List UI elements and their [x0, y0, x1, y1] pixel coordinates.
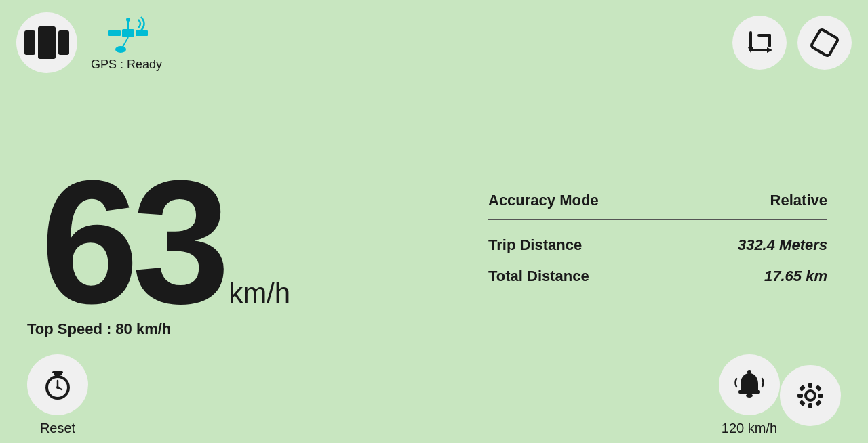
svg-rect-27 — [808, 383, 812, 388]
speed-value: 63 — [41, 154, 223, 330]
reset-item: Reset — [27, 354, 88, 436]
gps-status: GPS : Ready — [91, 58, 162, 72]
total-distance-label: Total Distance — [488, 268, 589, 285]
alert-button[interactable] — [719, 354, 780, 415]
svg-rect-0 — [122, 29, 134, 37]
rotate-icon — [808, 26, 842, 60]
trip-distance-value: 332.4 Meters — [738, 236, 827, 254]
svg-rect-21 — [52, 371, 63, 373]
alert-speed-label: 120 km/h — [722, 421, 777, 436]
svg-point-4 — [126, 18, 130, 22]
gear-icon — [792, 377, 829, 414]
crop-icon — [744, 27, 775, 58]
top-speed-display: Top Speed : 80 km/h — [27, 320, 171, 338]
accuracy-row: Accuracy Mode Relative — [488, 192, 827, 220]
svg-rect-34 — [815, 400, 822, 406]
svg-point-23 — [746, 394, 753, 398]
slides-icon — [24, 26, 69, 59]
alert-item: 120 km/h — [719, 354, 780, 436]
speed-unit: km/h — [229, 277, 290, 310]
svg-rect-1 — [108, 30, 121, 36]
svg-rect-22 — [738, 390, 760, 394]
total-distance-row: Total Distance 17.65 km — [488, 261, 827, 292]
svg-point-24 — [747, 370, 751, 374]
svg-rect-30 — [818, 394, 823, 398]
svg-rect-2 — [136, 30, 148, 36]
trip-distance-row: Trip Distance 332.4 Meters — [488, 230, 827, 261]
svg-rect-31 — [799, 385, 806, 392]
stopwatch-icon — [40, 367, 75, 402]
rotate-button[interactable] — [797, 16, 852, 70]
reset-label: Reset — [40, 421, 75, 436]
svg-point-26 — [807, 392, 814, 399]
top-bar: GPS : Ready — [0, 0, 868, 85]
top-right-controls — [732, 16, 852, 70]
gps-container: GPS : Ready — [91, 14, 162, 72]
svg-point-6 — [115, 46, 126, 53]
svg-marker-12 — [767, 47, 772, 53]
accuracy-value: Relative — [770, 192, 827, 209]
info-panel: Accuracy Mode Relative Trip Distance 332… — [488, 192, 827, 292]
accuracy-label: Accuracy Mode — [488, 192, 599, 209]
bottom-bar: Reset 120 km/h — [0, 354, 868, 436]
reset-button[interactable] — [27, 354, 88, 415]
svg-rect-13 — [811, 29, 839, 57]
main-content: 63 km/h Accuracy Mode Relative Trip Dist… — [41, 95, 827, 389]
bell-icon — [731, 366, 768, 403]
total-distance-value: 17.65 km — [764, 268, 827, 285]
crop-button[interactable] — [732, 16, 787, 70]
svg-rect-29 — [797, 394, 803, 398]
settings-button[interactable] — [780, 365, 841, 426]
svg-rect-28 — [808, 403, 812, 408]
svg-rect-33 — [799, 400, 806, 406]
slides-button[interactable] — [16, 12, 77, 73]
trip-distance-label: Trip Distance — [488, 236, 582, 254]
speed-display: 63 km/h — [41, 154, 488, 330]
svg-point-20 — [56, 386, 59, 389]
gps-icon — [103, 14, 151, 55]
svg-rect-32 — [815, 385, 822, 392]
settings-item — [780, 365, 841, 426]
top-left-controls: GPS : Ready — [16, 12, 162, 73]
